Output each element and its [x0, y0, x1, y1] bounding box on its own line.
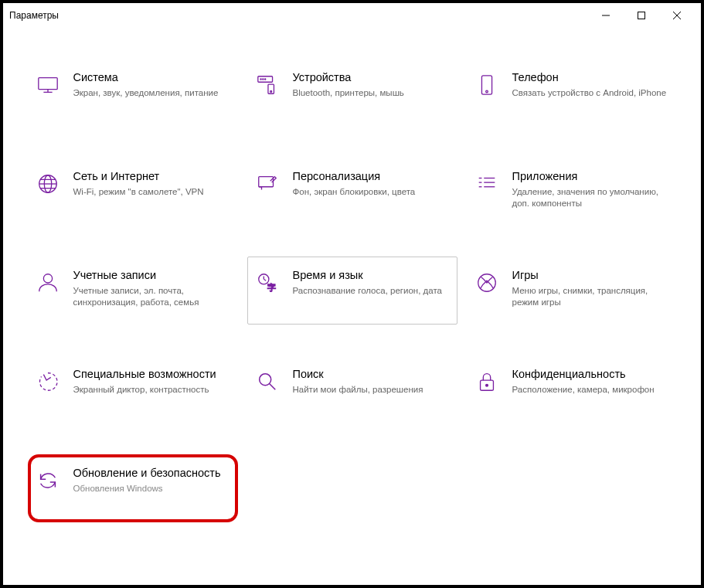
tile-desc: Экран, звук, уведомления, питание — [73, 87, 228, 100]
tile-text: Конфиденциальность Расположение, камера,… — [512, 367, 667, 396]
tile-privacy[interactable]: Конфиденциальность Расположение, камера,… — [467, 355, 677, 423]
close-button[interactable] — [659, 3, 695, 28]
tile-text: Игры Меню игры, снимки, трансляция, режи… — [512, 268, 667, 309]
search-icon — [254, 369, 281, 395]
devices-icon — [254, 72, 281, 98]
tile-title: Время и язык — [293, 268, 447, 283]
tile-title: Игры — [512, 268, 667, 283]
system-icon — [35, 72, 61, 98]
tile-text: Система Экран, звук, уведомления, питани… — [73, 70, 228, 99]
tile-desc: Найти мои файлы, разрешения — [293, 384, 447, 396]
person-icon — [35, 270, 61, 296]
svg-rect-13 — [481, 76, 491, 94]
tile-title: Система — [73, 70, 228, 85]
tile-title: Персонализация — [293, 169, 447, 184]
close-icon — [673, 12, 681, 19]
svg-point-14 — [485, 90, 488, 93]
tile-title: Телефон — [512, 70, 667, 85]
window-controls — [588, 3, 695, 28]
tile-network[interactable]: Сеть и Интернет Wi-Fi, режим "в самолете… — [28, 158, 238, 226]
svg-point-36 — [485, 384, 488, 386]
time-language-icon: 字 — [254, 270, 281, 296]
tile-accounts[interactable]: Учетные записи Учетные записи, эл. почта… — [28, 257, 238, 325]
tile-title: Приложения — [512, 169, 667, 184]
tile-text: Сеть и Интернет Wi-Fi, режим "в самолете… — [73, 169, 228, 198]
tile-personalization[interactable]: Персонализация Фон, экран блокировки, цв… — [247, 158, 457, 226]
svg-point-10 — [262, 79, 263, 80]
tile-desc: Bluetooth, принтеры, мышь — [293, 87, 447, 100]
tile-search[interactable]: Поиск Найти мои файлы, разрешения — [247, 355, 457, 423]
tile-ease-of-access[interactable]: Специальные возможности Экранный диктор,… — [28, 355, 238, 423]
tile-text: Телефон Связать устройство с Android, iP… — [512, 70, 667, 99]
tile-text: Время и язык Распознавание голоса, регио… — [293, 268, 447, 297]
sync-icon — [35, 467, 61, 494]
tile-desc: Учетные записи, эл. почта, синхронизация… — [73, 285, 228, 309]
window-title: Параметры — [9, 10, 588, 21]
tile-title: Сеть и Интернет — [73, 169, 228, 184]
tile-apps[interactable]: Приложения Удаление, значения по умолчан… — [467, 158, 677, 226]
minimize-button[interactable] — [588, 3, 624, 28]
tile-text: Устройства Bluetooth, принтеры, мышь — [293, 70, 447, 99]
accessibility-icon — [35, 369, 61, 395]
tile-devices[interactable]: Устройства Bluetooth, принтеры, мышь — [247, 59, 457, 127]
tile-desc: Удаление, значения по умолчанию, доп. ко… — [512, 186, 667, 210]
tile-title: Учетные записи — [73, 268, 228, 283]
svg-point-11 — [264, 79, 265, 80]
tile-text: Обновление и безопасность Обновления Win… — [73, 466, 228, 495]
titlebar: Параметры — [3, 3, 701, 28]
tile-desc: Связать устройство с Android, iPhone — [512, 87, 667, 100]
minimize-icon — [602, 12, 610, 19]
tile-text: Персонализация Фон, экран блокировки, цв… — [293, 169, 447, 198]
svg-line-30 — [264, 279, 266, 280]
maximize-button[interactable] — [624, 3, 659, 28]
tile-system[interactable]: Система Экран, звук, уведомления, питани… — [28, 59, 238, 127]
tile-text: Учетные записи Учетные записи, эл. почта… — [73, 268, 228, 309]
tile-text: Приложения Удаление, значения по умолчан… — [512, 169, 667, 210]
svg-rect-20 — [258, 177, 273, 187]
tile-desc: Фон, экран блокировки, цвета — [293, 186, 447, 199]
svg-line-34 — [269, 384, 275, 390]
tile-desc: Обновления Windows — [73, 483, 228, 495]
tile-desc: Экранный диктор, контрастность — [73, 384, 228, 396]
lock-icon — [474, 369, 500, 395]
tile-desc: Расположение, камера, микрофон — [512, 384, 667, 396]
tile-time-language[interactable]: 字 Время и язык Распознавание голоса, рег… — [247, 257, 457, 325]
settings-content: Система Экран, звук, уведомления, питани… — [3, 28, 701, 582]
tile-desc: Wi-Fi, режим "в самолете", VPN — [73, 186, 228, 199]
tile-phone[interactable]: Телефон Связать устройство с Android, iP… — [467, 59, 677, 127]
tile-gaming[interactable]: Игры Меню игры, снимки, трансляция, режи… — [467, 257, 677, 325]
tile-title: Обновление и безопасность — [73, 466, 228, 481]
svg-point-9 — [260, 79, 261, 80]
svg-point-12 — [270, 91, 271, 93]
svg-text:字: 字 — [267, 283, 276, 292]
tile-update-security[interactable]: Обновление и безопасность Обновления Win… — [28, 454, 238, 522]
settings-tiles-grid: Система Экран, звук, уведомления, питани… — [28, 59, 677, 522]
tile-title: Устройства — [293, 70, 447, 85]
tile-title: Поиск — [293, 367, 447, 382]
tile-title: Конфиденциальность — [512, 367, 667, 382]
maximize-icon — [638, 12, 645, 19]
tile-title: Специальные возможности — [73, 367, 228, 382]
tile-desc: Распознавание голоса, регион, дата — [293, 285, 447, 297]
apps-icon — [474, 171, 500, 197]
tile-text: Специальные возможности Экранный диктор,… — [73, 367, 228, 396]
svg-rect-1 — [638, 12, 645, 19]
globe-icon — [35, 171, 61, 197]
xbox-icon — [474, 270, 500, 296]
svg-point-27 — [43, 274, 52, 283]
tile-desc: Меню игры, снимки, трансляция, режим игр… — [512, 285, 667, 309]
svg-point-33 — [259, 374, 270, 386]
phone-icon — [474, 72, 500, 98]
paintbrush-icon — [254, 171, 281, 197]
svg-rect-4 — [38, 78, 56, 90]
tile-text: Поиск Найти мои файлы, разрешения — [293, 367, 447, 396]
